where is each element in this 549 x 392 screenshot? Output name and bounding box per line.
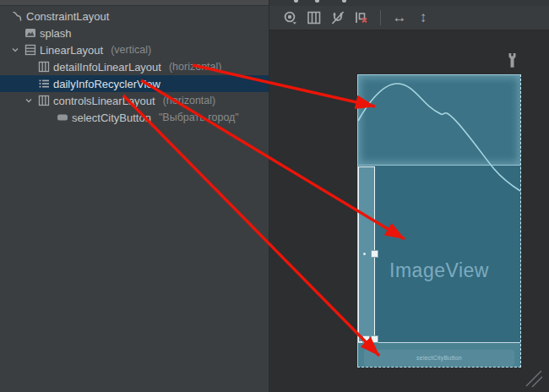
- constraint-layout-icon: [11, 10, 23, 22]
- autoconnect-off-icon[interactable]: [329, 9, 346, 26]
- clipped-icon: [315, 0, 319, 3]
- select-city-button[interactable]: selectCityButton: [364, 350, 514, 366]
- layout-editor: ConstraintLayout splash LinearLayout (ve…: [0, 0, 549, 392]
- detail-info-section[interactable]: [358, 75, 520, 166]
- resize-grip[interactable]: [523, 368, 545, 392]
- select-city-button-label: selectCityButton: [416, 355, 462, 361]
- tree-item-label: controlsLinearLayout: [53, 95, 155, 107]
- tree-item-detailinfolinearlayout[interactable]: detailInfoLinearLayout (horizontal): [0, 58, 269, 75]
- tree-item-splash[interactable]: splash: [0, 24, 269, 41]
- view-options-icon[interactable]: [282, 9, 299, 26]
- controls-section[interactable]: selectCityButton: [358, 342, 520, 367]
- tree-item-annotation: (horizontal): [169, 61, 222, 73]
- chevron-down-icon[interactable]: [9, 44, 21, 56]
- tree-item-constraintlayout[interactable]: ConstraintLayout: [0, 8, 269, 24]
- imageview-widget[interactable]: ImageView: [358, 259, 520, 282]
- tree-item-controlslinearlayout[interactable]: controlsLinearLayout (horizontal): [0, 92, 269, 109]
- selection-handle-bottom-left[interactable]: [362, 335, 370, 343]
- chevron-down-icon[interactable]: [23, 95, 35, 106]
- selection-handle-right[interactable]: [371, 250, 378, 258]
- tree-item-label: detailInfoLinearLayout: [53, 61, 161, 74]
- button-icon: [57, 112, 68, 123]
- tree-item-annotation: "Выбрать город": [159, 112, 239, 123]
- panel-top-strip: [0, 0, 269, 6]
- tree-item-label: ConstraintLayout: [26, 10, 109, 23]
- linear-layout-horizontal-icon: [38, 95, 50, 106]
- component-tree-panel: ConstraintLayout splash LinearLayout (ve…: [0, 0, 269, 392]
- tree-item-selectcitybutton[interactable]: selectCityButton "Выбрать город": [0, 109, 269, 126]
- tree-item-linearlayout[interactable]: LinearLayout (vertical): [0, 41, 269, 58]
- expand-vertical-icon[interactable]: ↕: [415, 9, 432, 26]
- selection-handle-bottom-right[interactable]: [371, 335, 378, 343]
- device-preview[interactable]: ImageView selectCityButton: [357, 74, 521, 368]
- tree-item-label: selectCityButton: [72, 112, 151, 124]
- tree-item-label: splash: [40, 27, 72, 40]
- tree-item-annotation: (horizontal): [163, 95, 216, 106]
- tree-item-annotation: (vertical): [111, 44, 151, 56]
- linear-layout-horizontal-icon: [38, 61, 50, 73]
- design-toolbar: ↔ ↕: [269, 6, 549, 30]
- column-guides-icon[interactable]: [306, 9, 323, 26]
- wrench-icon[interactable]: [507, 52, 518, 73]
- expand-horizontal-icon[interactable]: ↔: [391, 9, 408, 26]
- component-tree: ConstraintLayout splash LinearLayout (ve…: [0, 8, 269, 126]
- clipped-icon: [342, 0, 346, 3]
- tree-item-label: dailyInfoRecyclerView: [53, 78, 160, 90]
- clear-constraints-icon[interactable]: [353, 9, 370, 26]
- linear-layout-vertical-icon: [24, 44, 36, 56]
- tree-item-label: LinearLayout: [40, 44, 103, 57]
- recycler-view-icon: [38, 78, 50, 90]
- anchor-dot: [363, 253, 366, 255]
- tree-item-dailyinforecyclerview[interactable]: dailyInfoRecyclerView: [0, 75, 269, 92]
- toolbar-separator: [380, 10, 381, 25]
- clipped-toolbar-strip: [269, 0, 549, 6]
- clipped-icon: [294, 0, 298, 3]
- image-view-icon: [24, 27, 36, 39]
